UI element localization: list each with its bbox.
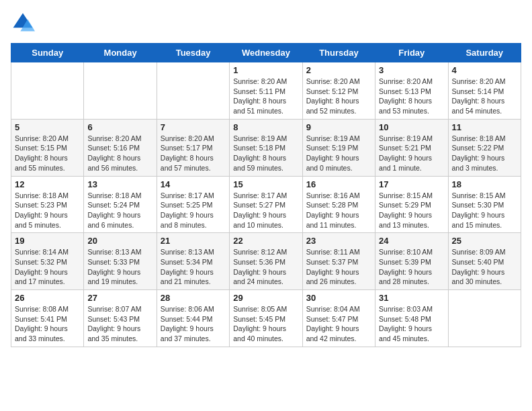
day-cell: 24Sunrise: 8:10 AM Sunset: 5:39 PM Dayli…	[375, 233, 448, 290]
day-cell: 21Sunrise: 8:13 AM Sunset: 5:34 PM Dayli…	[157, 233, 229, 290]
day-info: Sunrise: 8:19 AM Sunset: 5:19 PM Dayligh…	[306, 134, 371, 173]
day-number: 26	[15, 293, 80, 303]
day-info: Sunrise: 8:17 AM Sunset: 5:25 PM Dayligh…	[161, 191, 226, 230]
day-info: Sunrise: 8:19 AM Sunset: 5:18 PM Dayligh…	[233, 134, 298, 173]
week-row-2: 12Sunrise: 8:18 AM Sunset: 5:23 PM Dayli…	[11, 176, 521, 233]
day-info: Sunrise: 8:08 AM Sunset: 5:41 PM Dayligh…	[15, 304, 80, 344]
day-cell: 12Sunrise: 8:18 AM Sunset: 5:23 PM Dayli…	[11, 176, 84, 233]
day-info: Sunrise: 8:15 AM Sunset: 5:29 PM Dayligh…	[379, 191, 444, 230]
day-cell: 2Sunrise: 8:20 AM Sunset: 5:12 PM Daylig…	[302, 62, 375, 120]
day-number: 7	[161, 122, 226, 132]
day-number: 1	[233, 65, 298, 75]
week-row-3: 19Sunrise: 8:14 AM Sunset: 5:32 PM Dayli…	[11, 233, 521, 290]
day-number: 31	[379, 293, 444, 303]
day-info: Sunrise: 8:09 AM Sunset: 5:40 PM Dayligh…	[452, 247, 517, 287]
day-info: Sunrise: 8:07 AM Sunset: 5:43 PM Dayligh…	[87, 304, 152, 344]
day-cell: 17Sunrise: 8:15 AM Sunset: 5:29 PM Dayli…	[375, 176, 448, 233]
day-number: 29	[233, 293, 298, 303]
day-number: 30	[306, 293, 371, 303]
day-cell: 1Sunrise: 8:20 AM Sunset: 5:11 PM Daylig…	[230, 62, 302, 120]
day-headers-row: SundayMondayTuesdayWednesdayThursdayFrid…	[11, 44, 521, 62]
day-cell	[84, 62, 157, 120]
day-info: Sunrise: 8:13 AM Sunset: 5:33 PM Dayligh…	[87, 247, 152, 287]
day-cell	[157, 62, 229, 120]
day-number: 8	[233, 122, 298, 132]
day-number: 14	[161, 179, 226, 189]
day-info: Sunrise: 8:17 AM Sunset: 5:27 PM Dayligh…	[233, 191, 298, 230]
logo-icon	[11, 11, 35, 35]
day-number: 20	[87, 236, 152, 246]
day-number: 2	[306, 65, 371, 75]
day-cell: 29Sunrise: 8:05 AM Sunset: 5:45 PM Dayli…	[230, 290, 302, 347]
day-number: 6	[87, 122, 152, 132]
day-info: Sunrise: 8:19 AM Sunset: 5:21 PM Dayligh…	[379, 134, 444, 173]
day-header-monday: Monday	[84, 44, 157, 62]
day-cell: 19Sunrise: 8:14 AM Sunset: 5:32 PM Dayli…	[11, 233, 84, 290]
day-info: Sunrise: 8:12 AM Sunset: 5:36 PM Dayligh…	[233, 247, 298, 287]
day-number: 13	[87, 179, 152, 189]
day-number: 9	[306, 122, 371, 132]
day-number: 3	[379, 65, 444, 75]
calendar-header: SundayMondayTuesdayWednesdayThursdayFrid…	[11, 44, 521, 62]
day-info: Sunrise: 8:05 AM Sunset: 5:45 PM Dayligh…	[233, 304, 298, 344]
calendar-table: SundayMondayTuesdayWednesdayThursdayFrid…	[11, 43, 521, 347]
day-info: Sunrise: 8:04 AM Sunset: 5:47 PM Dayligh…	[306, 304, 371, 344]
day-cell: 16Sunrise: 8:16 AM Sunset: 5:28 PM Dayli…	[302, 176, 375, 233]
day-cell: 15Sunrise: 8:17 AM Sunset: 5:27 PM Dayli…	[230, 176, 302, 233]
day-number: 11	[452, 122, 517, 132]
day-info: Sunrise: 8:13 AM Sunset: 5:34 PM Dayligh…	[161, 247, 226, 287]
day-number: 27	[87, 293, 152, 303]
day-cell: 18Sunrise: 8:15 AM Sunset: 5:30 PM Dayli…	[448, 176, 521, 233]
day-cell: 20Sunrise: 8:13 AM Sunset: 5:33 PM Dayli…	[84, 233, 157, 290]
day-info: Sunrise: 8:18 AM Sunset: 5:23 PM Dayligh…	[15, 191, 80, 230]
day-cell: 26Sunrise: 8:08 AM Sunset: 5:41 PM Dayli…	[11, 290, 84, 347]
day-cell: 30Sunrise: 8:04 AM Sunset: 5:47 PM Dayli…	[302, 290, 375, 347]
day-number: 16	[306, 179, 371, 189]
day-info: Sunrise: 8:18 AM Sunset: 5:22 PM Dayligh…	[452, 134, 517, 173]
day-number: 15	[233, 179, 298, 189]
day-number: 17	[379, 179, 444, 189]
day-cell: 14Sunrise: 8:17 AM Sunset: 5:25 PM Dayli…	[157, 176, 229, 233]
day-number: 28	[161, 293, 226, 303]
day-number: 22	[233, 236, 298, 246]
day-number: 10	[379, 122, 444, 132]
day-cell	[11, 62, 84, 120]
week-row-4: 26Sunrise: 8:08 AM Sunset: 5:41 PM Dayli…	[11, 290, 521, 347]
day-number: 4	[452, 65, 517, 75]
day-info: Sunrise: 8:14 AM Sunset: 5:32 PM Dayligh…	[15, 247, 80, 287]
day-cell: 7Sunrise: 8:20 AM Sunset: 5:17 PM Daylig…	[157, 119, 229, 176]
day-info: Sunrise: 8:20 AM Sunset: 5:14 PM Dayligh…	[452, 77, 517, 116]
logo	[11, 11, 39, 35]
day-cell: 13Sunrise: 8:18 AM Sunset: 5:24 PM Dayli…	[84, 176, 157, 233]
day-info: Sunrise: 8:11 AM Sunset: 5:37 PM Dayligh…	[306, 247, 371, 287]
day-header-thursday: Thursday	[302, 44, 375, 62]
day-cell: 10Sunrise: 8:19 AM Sunset: 5:21 PM Dayli…	[375, 119, 448, 176]
day-number: 24	[379, 236, 444, 246]
day-info: Sunrise: 8:10 AM Sunset: 5:39 PM Dayligh…	[379, 247, 444, 287]
day-cell: 8Sunrise: 8:19 AM Sunset: 5:18 PM Daylig…	[230, 119, 302, 176]
day-info: Sunrise: 8:20 AM Sunset: 5:12 PM Dayligh…	[306, 77, 371, 116]
day-info: Sunrise: 8:15 AM Sunset: 5:30 PM Dayligh…	[452, 191, 517, 230]
day-number: 19	[15, 236, 80, 246]
day-number: 23	[306, 236, 371, 246]
day-info: Sunrise: 8:20 AM Sunset: 5:17 PM Dayligh…	[161, 134, 226, 173]
day-info: Sunrise: 8:16 AM Sunset: 5:28 PM Dayligh…	[306, 191, 371, 230]
day-cell: 11Sunrise: 8:18 AM Sunset: 5:22 PM Dayli…	[448, 119, 521, 176]
day-info: Sunrise: 8:20 AM Sunset: 5:16 PM Dayligh…	[87, 134, 152, 173]
day-number: 12	[15, 179, 80, 189]
day-info: Sunrise: 8:20 AM Sunset: 5:11 PM Dayligh…	[233, 77, 298, 116]
day-number: 21	[161, 236, 226, 246]
day-header-tuesday: Tuesday	[157, 44, 229, 62]
day-cell: 6Sunrise: 8:20 AM Sunset: 5:16 PM Daylig…	[84, 119, 157, 176]
day-header-saturday: Saturday	[448, 44, 521, 62]
day-cell: 25Sunrise: 8:09 AM Sunset: 5:40 PM Dayli…	[448, 233, 521, 290]
day-cell: 28Sunrise: 8:06 AM Sunset: 5:44 PM Dayli…	[157, 290, 229, 347]
day-cell: 9Sunrise: 8:19 AM Sunset: 5:19 PM Daylig…	[302, 119, 375, 176]
day-number: 25	[452, 236, 517, 246]
day-number: 18	[452, 179, 517, 189]
day-cell	[448, 290, 521, 347]
day-cell: 5Sunrise: 8:20 AM Sunset: 5:15 PM Daylig…	[11, 119, 84, 176]
day-cell: 3Sunrise: 8:20 AM Sunset: 5:13 PM Daylig…	[375, 62, 448, 120]
day-info: Sunrise: 8:06 AM Sunset: 5:44 PM Dayligh…	[161, 304, 226, 344]
week-row-0: 1Sunrise: 8:20 AM Sunset: 5:11 PM Daylig…	[11, 62, 521, 120]
